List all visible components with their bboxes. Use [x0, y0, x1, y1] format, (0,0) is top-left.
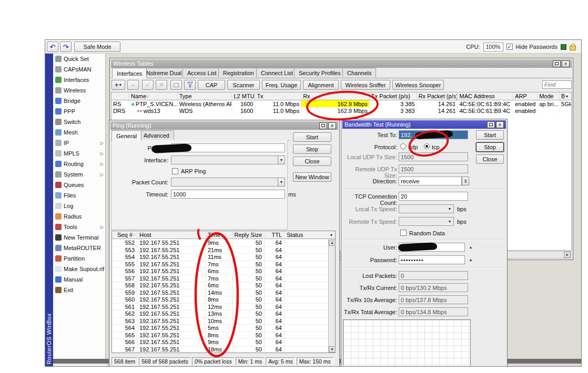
- arp-ping-checkbox[interactable]: ✓: [172, 168, 178, 174]
- ping-result-row[interactable]: 566 192.167.55.251 9ms 50 64: [112, 339, 328, 346]
- hide-passwords-checkbox[interactable]: ✓: [506, 44, 513, 50]
- close-button[interactable]: ×: [562, 60, 570, 67]
- sidebar-item[interactable]: Quick Set: [53, 54, 105, 64]
- sidebar-item[interactable]: Exit: [53, 285, 105, 295]
- sidebar-item[interactable]: Routing ▷: [53, 159, 105, 169]
- ping-result-row[interactable]: 565 192.167.55.251 8ms 50 64: [112, 332, 328, 339]
- packet-count-select[interactable]: [171, 178, 285, 186]
- bw-close-action-button[interactable]: Close: [476, 154, 504, 164]
- tab-access-list[interactable]: Access List: [183, 68, 221, 77]
- ping-start-button[interactable]: Start: [293, 132, 331, 142]
- wireless-sniffer-button[interactable]: Wireless Sniffer: [341, 80, 390, 90]
- tab-connect-list[interactable]: Connect List: [256, 68, 298, 77]
- sidebar-item[interactable]: Radius: [53, 211, 105, 222]
- ping-result-row[interactable]: 564 192.167.55.251 5ms 50 64: [112, 325, 328, 332]
- ping-result-row[interactable]: 555 192.167.55.251 7ms 50 64: [112, 261, 328, 268]
- remove-button[interactable]: −: [127, 80, 139, 90]
- sidebar-item[interactable]: New Terminal: [53, 232, 105, 243]
- sidebar-item[interactable]: Partition: [53, 253, 105, 264]
- wireless-snooper-button[interactable]: Wireless Snooper: [392, 80, 444, 90]
- disable-button[interactable]: ✕: [156, 80, 167, 90]
- user-up-button[interactable]: ▲: [467, 243, 474, 252]
- tab-interfaces[interactable]: Interfaces: [112, 68, 147, 78]
- ping-result-row[interactable]: 556 192.167.55.251 6ms 50 64: [112, 268, 328, 275]
- sidebar-item[interactable]: PPP: [53, 106, 105, 117]
- tab-nstreme-dual[interactable]: Nstreme Dual: [141, 68, 186, 77]
- wireless-row-1[interactable]: RS ◈PTP_S.VICEN... Wireless (Atheros AR9…: [111, 100, 571, 107]
- enable-button[interactable]: ✓: [142, 80, 154, 90]
- sidebar-item[interactable]: Manual: [53, 274, 105, 285]
- random-data-checkbox[interactable]: ✓: [400, 230, 407, 236]
- direction-select[interactable]: receive: [399, 177, 462, 185]
- sidebar-item[interactable]: Files: [53, 190, 105, 201]
- ping-close-action-button[interactable]: Close: [293, 157, 331, 166]
- ping-close-button[interactable]: ×: [328, 122, 336, 129]
- ping-result-row[interactable]: 557 192.167.55.251 7ms 50 64: [112, 275, 328, 283]
- sidebar-item[interactable]: IP ▷: [53, 138, 105, 148]
- ping-tab-advanced[interactable]: Advanced: [139, 130, 174, 140]
- scanner-button[interactable]: Scanner: [227, 80, 260, 90]
- undo-button[interactable]: ↶: [47, 42, 58, 52]
- protocol-udp-radio[interactable]: [400, 143, 406, 149]
- ping-titlebar[interactable]: Ping (Running) ×: [110, 121, 338, 130]
- ping-result-row[interactable]: 559 192.167.55.251 14ms 50 64: [112, 289, 328, 297]
- ping-result-row[interactable]: 561 192.167.55.251 12ms 50 64: [112, 304, 328, 311]
- ping-maximize-button[interactable]: [319, 122, 327, 129]
- scroll-down-button[interactable]: ▼: [329, 346, 336, 353]
- sidebar-item[interactable]: MPLS ▷: [53, 148, 105, 159]
- wireless-table-header[interactable]: Name ∕ Type L2 MTU Tx Rx Tx Packet (p/s)…: [111, 92, 571, 100]
- comment-button[interactable]: [170, 80, 182, 90]
- ping-vertical-scrollbar[interactable]: ▲ ▼: [328, 240, 335, 353]
- packet-count-dropdown-button[interactable]: ▼: [278, 178, 285, 186]
- filter-button[interactable]: [184, 80, 196, 90]
- sidebar-item[interactable]: Switch: [53, 117, 105, 127]
- scroll-up-button[interactable]: ▲: [329, 240, 336, 246]
- alignment-button[interactable]: Alignment: [303, 80, 339, 90]
- sidebar-item[interactable]: Interfaces: [53, 75, 105, 85]
- ping-result-row[interactable]: 552 192.167.55.251 9ms 50 64: [112, 240, 328, 247]
- scroll-right-button[interactable]: ►: [564, 252, 571, 258]
- tab-channels[interactable]: Channels: [342, 68, 376, 77]
- direction-dropdown-button[interactable]: ⇕: [462, 177, 469, 185]
- sidebar-item[interactable]: Tools ▷: [53, 222, 105, 232]
- ping-results-header[interactable]: Seq # ∕ Host Time Reply Size TTL Status …: [112, 231, 335, 239]
- timeout-input[interactable]: 1000: [171, 190, 285, 199]
- local-tx-dropdown-button[interactable]: ▼: [446, 204, 453, 213]
- bw-maximize-button[interactable]: [487, 121, 495, 128]
- ping-result-row[interactable]: 560 192.167.55.251 8ms 50 64: [112, 296, 328, 304]
- password-up-button[interactable]: ▲: [467, 255, 474, 264]
- remote-udp-input[interactable]: 1500: [399, 164, 468, 173]
- interface-dropdown-button[interactable]: ▼: [278, 156, 285, 164]
- interface-select[interactable]: [171, 156, 285, 164]
- ping-result-row[interactable]: 567 192.167.55.251 18ms 50 64: [112, 346, 328, 353]
- wireless-titlebar[interactable]: Wireless Tables ×: [111, 59, 572, 68]
- password-input[interactable]: •••••••••: [399, 255, 465, 264]
- add-button[interactable]: +▼: [111, 80, 125, 90]
- sidebar-item[interactable]: CAPsMAN: [53, 64, 105, 75]
- ping-tab-general[interactable]: General: [111, 130, 141, 141]
- bw-stop-button[interactable]: Stop: [476, 142, 504, 152]
- redo-button[interactable]: ↷: [60, 42, 72, 52]
- bw-start-button[interactable]: Start: [476, 130, 504, 140]
- ping-result-row[interactable]: 558 192.167.55.251 6ms 50 64: [112, 282, 328, 289]
- sidebar-item[interactable]: Bridge: [53, 96, 105, 106]
- bw-close-button[interactable]: ×: [496, 121, 504, 128]
- ping-stop-button[interactable]: Stop: [293, 144, 331, 154]
- tab-security-profiles[interactable]: Security Profiles: [294, 68, 345, 77]
- sidebar-item[interactable]: Mesh: [53, 127, 105, 138]
- bandwidth-titlebar[interactable]: Bandwidth Test (Running) ×: [342, 120, 506, 129]
- sidebar-item[interactable]: Log: [53, 201, 105, 211]
- tab-registration[interactable]: Registration: [218, 68, 259, 77]
- freq-usage-button[interactable]: Freq. Usage: [262, 80, 301, 90]
- remote-tx-dropdown-button[interactable]: ▼: [446, 217, 453, 226]
- column-selector-button[interactable]: ▼: [328, 231, 335, 239]
- sidebar-item[interactable]: System ▷: [53, 169, 105, 180]
- local-udp-input[interactable]: 1500: [399, 152, 468, 161]
- find-input[interactable]: [542, 80, 572, 89]
- sidebar-item[interactable]: Make Supout.rif: [53, 264, 105, 274]
- sidebar-item[interactable]: MetaROUTER: [53, 243, 105, 253]
- sidebar-item[interactable]: Wireless: [53, 85, 105, 96]
- safe-mode-button[interactable]: Safe Mode: [74, 42, 120, 52]
- ping-result-row[interactable]: 554 192.167.55.251 11ms 50 64: [112, 254, 328, 261]
- ping-result-row[interactable]: 553 192.167.55.251 21ms 50 64: [112, 247, 328, 254]
